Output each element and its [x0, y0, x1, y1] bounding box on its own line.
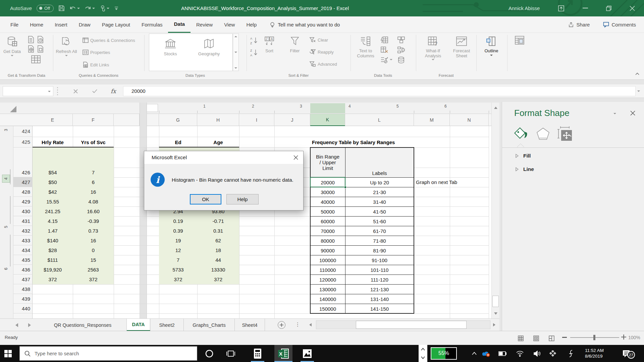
fill-line-tab-icon[interactable] [514, 127, 528, 141]
sheet-tab-sheet2[interactable]: Sheet2 [150, 319, 184, 331]
from-table-icon[interactable] [37, 45, 44, 53]
sheet-nav-right-icon[interactable] [28, 323, 31, 327]
manage-data-model-icon[interactable] [397, 56, 405, 64]
dropbox-tray-icon[interactable] [547, 345, 559, 362]
sheet-tab-graphs-charts[interactable]: Graphs_Charts [184, 319, 235, 331]
action-center-button[interactable]: 27 [619, 345, 634, 362]
gallery-more-icon[interactable] [234, 67, 237, 69]
task-view-button[interactable] [223, 345, 239, 362]
tab-review[interactable]: Review [191, 17, 218, 33]
touch-mode-button[interactable] [100, 5, 109, 12]
tell-me-box[interactable]: Tell me what you want to do [270, 22, 340, 28]
account-name[interactable]: Annick Abisse [508, 0, 540, 16]
name-box-dropdown-icon[interactable] [48, 91, 51, 92]
tab-formulas[interactable]: Formulas [136, 17, 168, 33]
close-button[interactable] [625, 0, 640, 16]
properties-button[interactable]: Properties [83, 50, 110, 55]
hscroll-left-arrow[interactable] [309, 323, 312, 326]
desktop-toolbar-scroll[interactable] [419, 345, 427, 362]
zoom-level[interactable]: 100% [628, 335, 640, 340]
start-button[interactable] [0, 345, 16, 362]
enter-entry-button[interactable] [88, 86, 101, 96]
stocks-button[interactable]: Stocks [159, 37, 182, 56]
onedrive-error-icon[interactable] [480, 345, 492, 362]
recent-sources-icon[interactable] [37, 36, 44, 44]
customize-qat-button[interactable] [114, 6, 119, 11]
save-icon[interactable] [58, 5, 65, 11]
restore-button[interactable] [601, 0, 616, 16]
pane-section-fill[interactable]: Fill [516, 153, 531, 159]
pane-close-icon[interactable] [630, 111, 635, 116]
consolidate-icon[interactable] [397, 36, 405, 44]
collapse-ribbon-icon[interactable] [635, 72, 639, 75]
normal-view-button[interactable] [517, 335, 525, 342]
refresh-all-button[interactable]: Refresh All [56, 34, 77, 56]
get-data-button[interactable]: Get Data [2, 34, 22, 56]
sheet-tab-sheet4[interactable]: Sheet4 [235, 319, 265, 331]
pane-divider[interactable] [140, 103, 147, 318]
redo-button[interactable] [85, 5, 95, 11]
scroll-up-arrow[interactable] [494, 107, 497, 109]
scroll-up-icon[interactable] [234, 36, 237, 37]
sort-az-icon[interactable]: AZ [250, 36, 258, 45]
vertical-scrollbar[interactable] [491, 103, 499, 318]
what-if-analysis-button[interactable]: ? What-If Analysis [420, 34, 446, 60]
zoom-out-button[interactable] [562, 337, 567, 338]
scroll-down-arrow[interactable] [494, 312, 497, 315]
horizontal-scrollbar[interactable] [316, 320, 490, 329]
redo-dropdown-icon[interactable] [92, 8, 95, 9]
forecast-sheet-button[interactable]: Forecast Sheet [449, 34, 474, 58]
taskbar-search[interactable]: Type here to search [19, 346, 197, 361]
advanced-filter-button[interactable]: Advanced [309, 61, 337, 67]
effects-tab-icon[interactable] [536, 127, 550, 141]
page-layout-view-button[interactable] [532, 335, 540, 342]
data-validation-icon[interactable] [380, 56, 388, 64]
zoom-slider-thumb[interactable] [593, 335, 595, 340]
pen-ink-icon[interactable] [565, 345, 577, 362]
side-pane-icon[interactable] [515, 36, 525, 45]
formula-input[interactable]: 20000 [123, 86, 636, 96]
new-sheet-button[interactable] [278, 321, 285, 329]
name-box[interactable] [3, 86, 53, 96]
battery-meter-widget[interactable]: 55% [431, 347, 457, 360]
relationships-icon[interactable] [397, 46, 405, 54]
sheet-tab-data[interactable]: DATA [127, 319, 150, 331]
tab-data[interactable]: Data [168, 16, 191, 33]
flash-fill-icon[interactable] [380, 36, 388, 44]
from-text-icon[interactable] [28, 36, 35, 44]
remove-duplicates-icon[interactable] [380, 46, 388, 54]
sort-za-icon[interactable]: ZA [250, 48, 258, 57]
tab-file[interactable]: File [5, 17, 24, 33]
sheet-nav-left-icon[interactable] [15, 323, 18, 327]
geography-button[interactable]: Geography [196, 37, 222, 56]
gallery-scroll[interactable] [233, 34, 239, 71]
tab-home[interactable]: Home [24, 17, 49, 33]
tab-help[interactable]: Help [240, 17, 262, 33]
reapply-button[interactable]: Reapply [309, 49, 334, 55]
hscroll-right-arrow[interactable] [493, 323, 495, 326]
ok-button[interactable]: OK [190, 194, 221, 204]
tab-view[interactable]: View [218, 17, 240, 33]
size-properties-tab-icon[interactable] [557, 126, 573, 142]
volume-icon[interactable] [531, 345, 543, 362]
wifi-icon[interactable] [514, 345, 526, 362]
tab-insert[interactable]: Insert [49, 17, 73, 33]
text-to-columns-button[interactable]: Text to Columns [354, 34, 377, 58]
horizontal-scroll-thumb[interactable] [356, 321, 467, 329]
tab-overflow-icon[interactable]: ⋮ [295, 321, 301, 327]
dialog-close-button[interactable] [288, 151, 303, 164]
touch-dropdown-icon[interactable] [107, 8, 109, 9]
pane-dropdown-icon[interactable] [613, 113, 616, 114]
vertical-scroll-thumb[interactable] [492, 296, 499, 307]
help-button[interactable]: Help [226, 194, 259, 204]
data-validation-dropdown-icon[interactable] [390, 59, 392, 60]
undo-dropdown-icon[interactable] [77, 8, 80, 9]
clear-filter-button[interactable]: Clear [309, 37, 328, 43]
cortana-button[interactable] [201, 345, 217, 362]
scroll-down-icon[interactable] [234, 52, 237, 53]
tab-page-layout[interactable]: Page Layout [96, 17, 136, 33]
zoom-in-button[interactable] [621, 335, 626, 340]
cancel-entry-button[interactable] [69, 86, 82, 96]
calculator-app-button[interactable] [250, 345, 266, 362]
battery-tray-icon[interactable] [496, 345, 508, 362]
